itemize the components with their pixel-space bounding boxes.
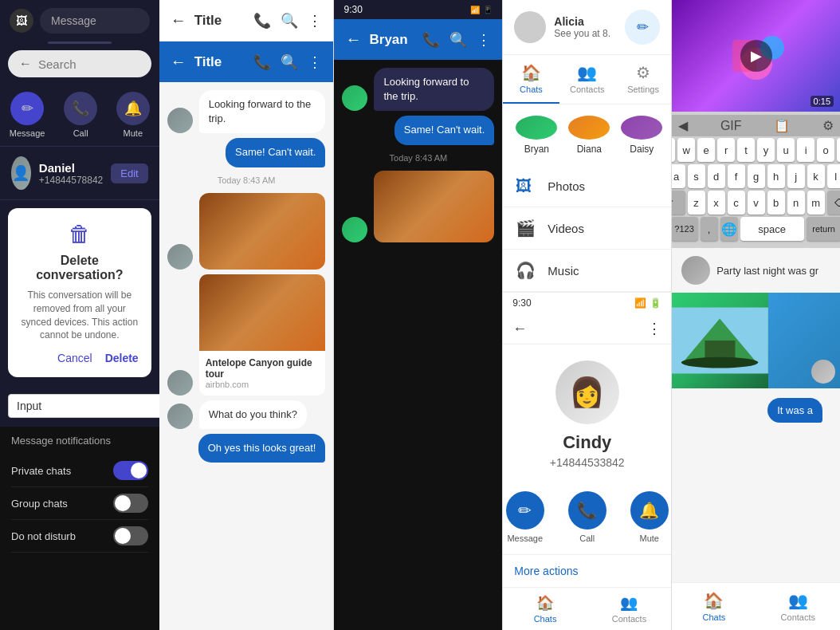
key-shift[interactable]: ⇧	[672, 191, 685, 215]
right-nav-chats[interactable]: 🏠 Chats	[672, 583, 756, 630]
key-space[interactable]: space	[740, 217, 804, 241]
key-y[interactable]: y	[757, 138, 775, 162]
call-action-btn[interactable]: 📞 Call	[64, 92, 97, 138]
cindy-avatar: 👩	[555, 360, 619, 424]
link-card[interactable]: Antelope Canyon guide tour airbnb.com	[199, 274, 326, 396]
text-input[interactable]	[8, 394, 159, 418]
key-z[interactable]: z	[688, 191, 705, 215]
cindy-call-btn[interactable]: 📞 Call	[568, 491, 606, 543]
key-q[interactable]: q	[672, 138, 675, 162]
dark-back-button[interactable]: ←	[345, 30, 361, 49]
keyboard-gear-btn[interactable]: ⚙	[822, 118, 834, 133]
phone-icon-blue[interactable]: 📞	[253, 53, 271, 71]
back-icon[interactable]: ←	[19, 57, 32, 71]
more-icon-light[interactable]: ⋮	[308, 12, 322, 30]
key-x[interactable]: x	[708, 191, 725, 215]
msg-row-received-2: What do you think?	[167, 400, 326, 429]
cindy-message-btn[interactable]: ✏ Message	[506, 491, 544, 543]
message-action-btn[interactable]: ✏ Message	[10, 92, 45, 138]
key-v[interactable]: v	[748, 191, 765, 215]
key-f[interactable]: f	[728, 164, 745, 188]
video-thumbnail[interactable]: ▶ 0:15	[672, 0, 840, 112]
delete-button[interactable]: Delete	[105, 352, 139, 364]
key-a[interactable]: a	[672, 164, 685, 188]
key-i[interactable]: i	[797, 138, 814, 162]
tab-contacts[interactable]: 👥 Contacts	[559, 55, 615, 104]
key-globe[interactable]: 🌐	[720, 217, 738, 241]
edit-button[interactable]: Edit	[111, 163, 147, 183]
cindy-nav-contacts[interactable]: 👥 Contacts	[587, 588, 671, 630]
party-image-1[interactable]	[672, 293, 768, 388]
tab-settings[interactable]: ⚙ Settings	[615, 55, 671, 104]
key-d[interactable]: d	[708, 164, 725, 188]
key-return[interactable]: return	[807, 217, 840, 241]
play-button[interactable]: ▶	[740, 40, 772, 72]
contact-daisy[interactable]: Daisy	[619, 116, 664, 155]
sender-avatar-link	[167, 370, 193, 396]
photos-icon[interactable]: 🖼	[10, 9, 33, 33]
chat-body-light[interactable]: Looking forward to the trip. Same! Can't…	[159, 82, 334, 630]
do-not-disturb-toggle[interactable]	[113, 526, 148, 545]
key-w[interactable]: w	[677, 138, 695, 162]
right-contacts-icon: 👥	[788, 591, 808, 610]
key-t[interactable]: t	[737, 138, 755, 162]
key-num[interactable]: ?123	[672, 217, 697, 241]
key-k[interactable]: k	[807, 164, 825, 188]
cindy-message-icon: ✏	[506, 491, 544, 530]
cindy-mute-btn[interactable]: 🔔 Mute	[630, 491, 669, 543]
key-e[interactable]: e	[697, 138, 715, 162]
key-p[interactable]: p	[837, 138, 840, 162]
key-s[interactable]: s	[688, 164, 705, 188]
more-actions-link[interactable]: More actions	[503, 555, 671, 587]
dark-image-bubble[interactable]	[374, 171, 494, 242]
image-bubble[interactable]	[199, 193, 326, 270]
back-button-light[interactable]: ←	[171, 11, 186, 30]
gif-btn[interactable]: GIF	[720, 119, 742, 133]
mute-action-btn[interactable]: 🔔 Mute	[116, 92, 150, 138]
message-input[interactable]: Message	[40, 8, 150, 33]
key-r[interactable]: r	[717, 138, 735, 162]
key-j[interactable]: j	[787, 164, 805, 188]
party-image-2[interactable]	[768, 293, 840, 388]
back-button-blue[interactable]: ←	[171, 53, 186, 71]
key-b[interactable]: b	[767, 191, 785, 215]
tab-chats[interactable]: 🏠 Chats	[503, 55, 559, 104]
media-photos[interactable]: 🖼 Photos	[503, 166, 671, 207]
search-icon-blue[interactable]: 🔍	[281, 53, 298, 71]
phone-icon-light[interactable]: 📞	[253, 12, 271, 30]
right-nav-contacts[interactable]: 👥 Contacts	[756, 583, 840, 630]
keyboard-back-btn[interactable]: ◀	[678, 118, 688, 133]
dark-search-icon[interactable]: 🔍	[449, 31, 467, 49]
key-m[interactable]: m	[807, 191, 825, 215]
media-music[interactable]: 🎧 Music	[503, 250, 671, 292]
key-c[interactable]: c	[728, 191, 745, 215]
key-g[interactable]: g	[748, 164, 765, 188]
dark-more-icon[interactable]: ⋮	[477, 31, 491, 49]
keyboard-copy-btn[interactable]: 📋	[774, 118, 790, 133]
party-images	[672, 293, 840, 388]
dark-chat-body[interactable]: Looking forward to the trip. Same! Can't…	[334, 60, 502, 630]
search-bar[interactable]: ←	[8, 50, 151, 77]
msg-row-received-1: Looking forward to the trip.	[167, 90, 326, 133]
key-n[interactable]: n	[787, 191, 805, 215]
contact-diana[interactable]: Diana	[567, 116, 611, 155]
contact-bryan[interactable]: Bryan	[514, 116, 559, 155]
media-videos[interactable]: 🎬 Videos	[503, 207, 671, 250]
cindy-back-btn[interactable]: ←	[512, 321, 527, 337]
dark-phone-icon[interactable]: 📞	[422, 31, 440, 49]
search-input[interactable]	[38, 57, 140, 71]
cindy-nav-chats[interactable]: 🏠 Chats	[503, 588, 587, 630]
key-h[interactable]: h	[767, 164, 785, 188]
cancel-button[interactable]: Cancel	[57, 352, 92, 364]
more-icon-blue[interactable]: ⋮	[308, 53, 322, 71]
search-icon-light[interactable]: 🔍	[281, 12, 298, 30]
key-backspace[interactable]: ⌫	[827, 191, 840, 215]
private-chats-toggle[interactable]	[113, 461, 148, 480]
pencil-button[interactable]: ✏	[625, 10, 660, 45]
key-o[interactable]: o	[817, 138, 834, 162]
key-comma[interactable]: ,	[701, 217, 718, 241]
cindy-more-btn[interactable]: ⋮	[647, 320, 661, 337]
group-chats-toggle[interactable]	[113, 494, 148, 513]
key-u[interactable]: u	[777, 138, 795, 162]
key-l[interactable]: l	[827, 164, 840, 188]
